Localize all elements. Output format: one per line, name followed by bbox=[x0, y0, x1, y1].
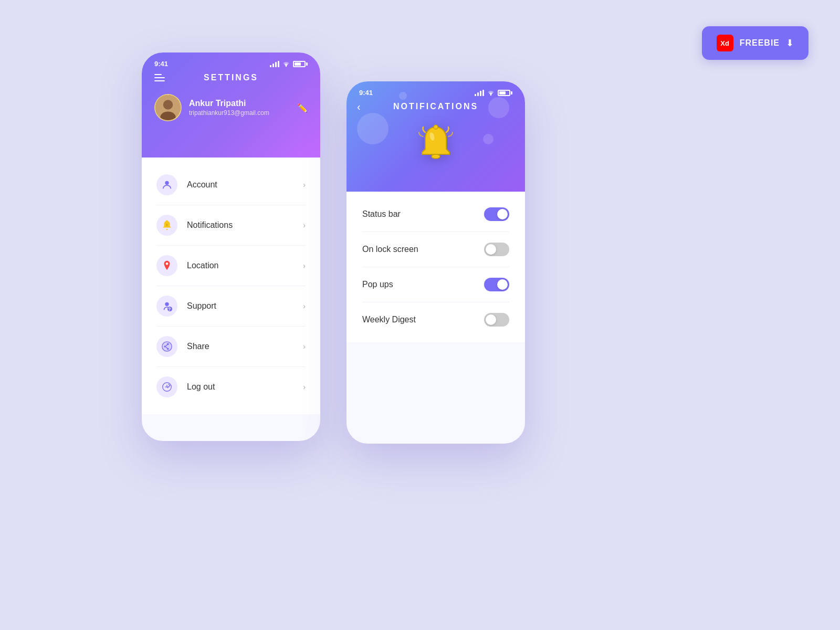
support-icon: ? bbox=[156, 296, 177, 317]
time-display: 9:41 bbox=[154, 60, 168, 68]
battery-icon bbox=[293, 61, 308, 67]
download-icon[interactable]: ⬇ bbox=[786, 37, 794, 49]
weekly-digest-toggle[interactable] bbox=[484, 313, 509, 327]
back-button[interactable]: ‹ bbox=[357, 101, 361, 113]
svg-text:?: ? bbox=[168, 307, 171, 312]
status-bar: 9:41 bbox=[346, 81, 525, 97]
menu-item-share[interactable]: Share › bbox=[142, 328, 320, 365]
svg-rect-5 bbox=[166, 220, 168, 222]
time-display: 9:41 bbox=[359, 89, 373, 97]
svg-point-9 bbox=[165, 302, 169, 306]
chevron-right-icon: › bbox=[303, 261, 306, 270]
svg-point-23 bbox=[432, 154, 440, 159]
pop-ups-label: Pop ups bbox=[362, 280, 393, 289]
signal-bars-icon bbox=[270, 61, 279, 67]
user-email: tripathiankur913@gmail.com bbox=[189, 109, 290, 117]
page-title: SETTINGS bbox=[204, 73, 258, 82]
account-label: Account bbox=[187, 180, 293, 190]
location-icon bbox=[156, 255, 177, 276]
weekly-digest-label: Weekly Digest bbox=[362, 315, 416, 324]
settings-menu: Account › Notifications › bbox=[142, 158, 320, 414]
svg-point-0 bbox=[286, 65, 287, 66]
hamburger-menu-icon[interactable] bbox=[154, 74, 165, 81]
lock-screen-toggle[interactable] bbox=[484, 243, 509, 256]
notifications-icon bbox=[156, 215, 177, 236]
notif-item-pop-ups: Pop ups bbox=[346, 267, 525, 302]
logout-label: Log out bbox=[187, 382, 293, 392]
user-info: Ankur Tripathi tripathiankur913@gmail.co… bbox=[189, 99, 290, 117]
edit-icon[interactable]: ✏️ bbox=[297, 103, 308, 113]
svg-point-14 bbox=[164, 345, 166, 348]
chevron-right-icon: › bbox=[303, 383, 306, 391]
wifi-icon bbox=[282, 61, 290, 67]
menu-item-notifications[interactable]: Notifications › bbox=[142, 206, 320, 244]
lock-screen-label: On lock screen bbox=[362, 245, 418, 254]
bell-icon bbox=[415, 122, 457, 164]
settings-phone: 9:41 bbox=[142, 52, 320, 441]
menu-item-support[interactable]: ? Support › bbox=[142, 287, 320, 325]
settings-title-bar: SETTINGS bbox=[142, 68, 320, 88]
status-icons bbox=[475, 90, 512, 96]
menu-item-logout[interactable]: Log out › bbox=[142, 368, 320, 406]
notifications-settings-list: Status bar On lock screen Pop ups Weekly… bbox=[346, 192, 525, 342]
user-name: Ankur Tripathi bbox=[189, 99, 290, 108]
menu-item-account[interactable]: Account › bbox=[142, 166, 320, 204]
user-profile: Ankur Tripathi tripathiankur913@gmail.co… bbox=[142, 88, 320, 128]
xd-icon: Xd bbox=[717, 35, 733, 51]
avatar bbox=[154, 94, 182, 121]
status-icons bbox=[270, 61, 308, 67]
status-bar-toggle[interactable] bbox=[484, 207, 509, 221]
notif-item-weekly-digest: Weekly Digest bbox=[346, 302, 525, 337]
share-icon bbox=[156, 336, 177, 357]
wifi-icon bbox=[487, 90, 495, 96]
signal-bars-icon bbox=[475, 90, 484, 96]
page-title: NOTIFICATIONS bbox=[393, 102, 478, 111]
status-bar-label: Status bar bbox=[362, 209, 401, 219]
account-icon bbox=[156, 174, 177, 195]
freebie-label: FREEBIE bbox=[740, 38, 780, 48]
notif-title-bar: ‹ NOTIFICATIONS bbox=[346, 97, 525, 117]
location-label: Location bbox=[187, 261, 293, 270]
bell-container bbox=[346, 122, 525, 164]
notifications-label: Notifications bbox=[187, 220, 293, 230]
notifications-phone: 9:41 ‹ bbox=[346, 81, 525, 444]
chevron-right-icon: › bbox=[303, 181, 306, 189]
svg-point-4 bbox=[165, 181, 169, 185]
chevron-right-icon: › bbox=[303, 342, 306, 351]
notif-header: 9:41 ‹ bbox=[346, 81, 525, 192]
svg-point-8 bbox=[166, 262, 169, 265]
svg-point-2 bbox=[163, 100, 173, 109]
notif-item-status-bar: Status bar bbox=[346, 197, 525, 232]
chevron-right-icon: › bbox=[303, 221, 306, 229]
chevron-right-icon: › bbox=[303, 302, 306, 310]
notif-item-lock-screen: On lock screen bbox=[346, 232, 525, 267]
support-label: Support bbox=[187, 301, 293, 311]
svg-point-21 bbox=[490, 94, 491, 95]
menu-item-location[interactable]: Location › bbox=[142, 247, 320, 285]
svg-point-7 bbox=[166, 224, 167, 225]
settings-header: 9:41 bbox=[142, 52, 320, 158]
status-bar: 9:41 bbox=[142, 52, 320, 68]
battery-icon bbox=[498, 90, 512, 96]
pop-ups-toggle[interactable] bbox=[484, 278, 509, 291]
freebie-badge[interactable]: Xd FREEBIE ⬇ bbox=[702, 26, 808, 60]
svg-point-22 bbox=[434, 125, 438, 129]
share-label: Share bbox=[187, 342, 293, 351]
logout-icon bbox=[156, 376, 177, 397]
